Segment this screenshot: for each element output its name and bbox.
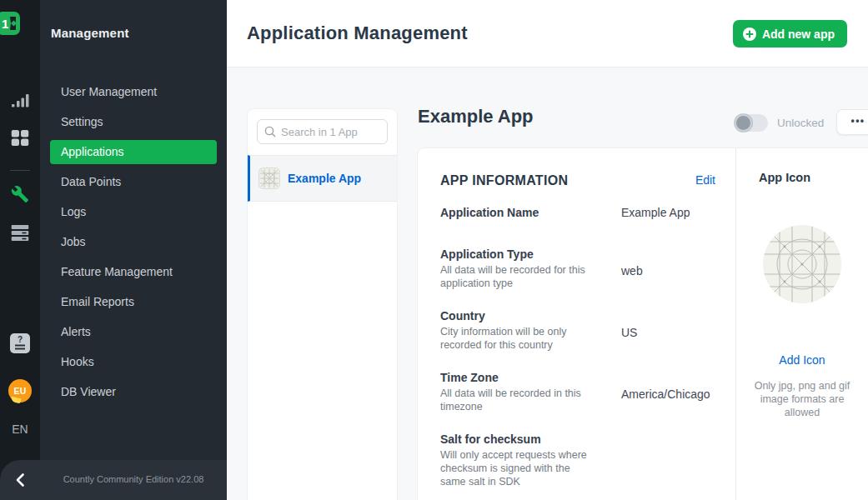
sidebar-item-alerts[interactable]: Alerts [50,320,217,344]
version-label: Countly Community Edition v22.08 [40,474,227,484]
sidebar-item-email-reports[interactable]: Email Reports [50,290,217,314]
field-value: US [621,309,715,352]
app-list-item-example-app[interactable]: Example App [248,155,397,202]
add-new-app-label: Add new app [762,28,835,41]
field-label: Application Type [440,248,598,261]
analytics-icon[interactable] [11,93,29,108]
search-icon [263,125,277,138]
add-new-app-button[interactable]: Add new app [733,20,847,48]
app-detail-title: Example App [418,106,534,128]
data-manager-icon[interactable] [12,225,29,241]
field-description: All data will be recorded for this appli… [440,263,598,290]
field-description: City information will be only recorded f… [440,325,598,352]
svg-text:1: 1 [2,17,8,31]
app-thumbnail-icon [258,168,280,189]
management-wrench-icon[interactable] [11,185,29,203]
sidebar-item-settings[interactable]: Settings [50,110,217,134]
management-sidebar: Management User Management Settings Appl… [40,0,227,500]
svg-text:?: ? [18,335,23,344]
field-value: America/Chicago [621,371,715,413]
application-management-page: 1 [0,0,868,500]
app-information-section: APP INFORMATION Edit Application Name Ex… [418,148,736,500]
field-value: Example App [621,206,715,219]
section-title: APP INFORMATION [440,173,568,188]
sidebar-item-jobs[interactable]: Jobs [50,230,217,254]
page-title: Application Management [247,22,468,44]
lock-status-label: Unlocked [777,117,824,129]
language-selector[interactable]: EN [0,422,40,436]
field-description: Will only accept requests where checksum… [440,448,598,488]
sidebar-item-hooks[interactable]: Hooks [50,350,217,374]
sidebar-item-data-points[interactable]: Data Points [50,170,217,194]
field-application-name: Application Name Example App [440,206,715,219]
field-value: web [621,248,715,290]
app-icon-panel: App Icon [736,148,868,500]
edit-link[interactable]: Edit [695,173,715,187]
app-icon-placeholder [762,224,842,304]
field-salt-for-checksum: Salt for checksum Will only accept reque… [440,432,715,488]
field-country: Country City information will be only re… [440,309,715,352]
rail-divider [10,170,30,171]
field-value [621,432,715,488]
field-label: Country [440,309,598,322]
app-list-item-label: Example App [288,172,361,185]
sidebar-item-user-management[interactable]: User Management [50,80,217,104]
field-label: Time Zone [440,371,598,384]
sidebar-item-logs[interactable]: Logs [50,200,217,224]
sidebar-item-applications[interactable]: Applications [50,140,217,164]
lock-toggle[interactable] [735,114,768,132]
help-icon[interactable]: ? [10,333,30,353]
dashboards-icon[interactable] [12,130,29,146]
field-application-type: Application Type All data will be record… [440,248,715,290]
field-time-zone: Time Zone All data will be recorded in t… [440,371,715,413]
add-icon-link[interactable]: Add Icon [745,353,860,367]
avatar-wedge [10,397,21,404]
more-options-button[interactable]: ••• [836,109,868,135]
icon-rail: 1 [0,0,40,500]
avatar-initials: EU [13,386,26,396]
main-content: Example App Example App Unlocked ••• APP… [227,68,868,500]
page-header: Application Management Add new app [227,0,868,68]
app-list-panel: Example App [248,109,397,500]
plus-icon [743,28,756,41]
app-icon-title: App Icon [745,171,860,184]
sidebar-title: Management [51,26,129,40]
toggle-knob [735,114,752,132]
countly-logo-icon[interactable]: 1 [0,12,20,35]
app-detail-card: APP INFORMATION Edit Application Name Ex… [418,148,868,500]
sidebar-footer: Countly Community Edition v22.08 [0,460,227,500]
collapse-sidebar-icon[interactable] [12,471,30,489]
field-description: All data will be recorded in this timezo… [440,387,598,413]
user-avatar[interactable]: EU [8,379,32,402]
sidebar-item-feature-management[interactable]: Feature Management [50,260,217,284]
sidebar-item-db-viewer[interactable]: DB Viewer [50,380,217,404]
field-label: Salt for checksum [440,432,598,446]
ellipsis-icon: ••• [850,116,865,129]
icon-format-note: Only jpg, png and gif image formats are … [747,379,857,419]
sidebar-nav: User Management Settings Applications Da… [40,80,227,410]
field-label: Application Name [440,206,598,219]
